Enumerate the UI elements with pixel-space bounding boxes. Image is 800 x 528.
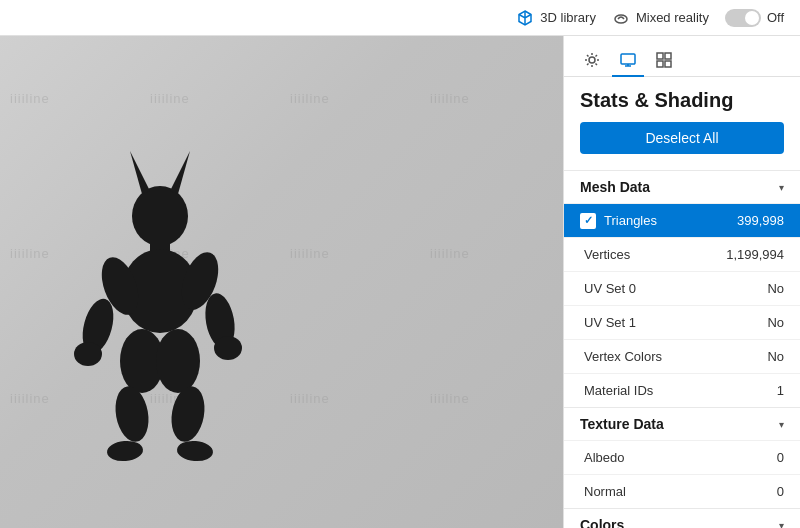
cube-icon — [516, 9, 534, 27]
mesh-data-chevron-icon: ▾ — [779, 182, 784, 193]
watermark-1: iiiiline — [10, 91, 50, 106]
svg-point-14 — [111, 384, 152, 445]
svg-point-11 — [214, 336, 242, 360]
svg-point-17 — [176, 439, 214, 462]
texture-data-chevron-icon: ▾ — [779, 419, 784, 430]
uv-set-1-row[interactable]: UV Set 1 No — [564, 305, 800, 339]
colors-label: Colors — [580, 517, 624, 528]
vertices-label: Vertices — [584, 247, 630, 262]
uv-set-0-row[interactable]: UV Set 0 No — [564, 271, 800, 305]
watermark-7: iiiiline — [290, 246, 330, 261]
watermark-9: iiiiline — [10, 391, 50, 406]
uv-set-1-value: No — [767, 315, 784, 330]
character-silhouette — [60, 136, 260, 486]
colors-chevron-icon: ▾ — [779, 520, 784, 529]
toggle-off-label: Off — [767, 10, 784, 25]
panel-title: Stats & Shading — [564, 77, 800, 122]
watermark-3: iiiiline — [290, 91, 330, 106]
material-ids-row[interactable]: Material IDs 1 — [564, 373, 800, 407]
right-panel: Stats & Shading Deselect All Mesh Data ▾… — [563, 36, 800, 528]
vertex-colors-row[interactable]: Vertex Colors No — [564, 339, 800, 373]
svg-point-18 — [589, 57, 595, 63]
watermark-12: iiiiline — [430, 391, 470, 406]
watermark-4: iiiiline — [430, 91, 470, 106]
tab-monitor[interactable] — [612, 44, 644, 76]
triangles-row[interactable]: Triangles 399,998 — [564, 203, 800, 237]
mixed-reality-icon — [612, 9, 630, 27]
material-ids-value: 1 — [777, 383, 784, 398]
vertices-row[interactable]: Vertices 1,199,994 — [564, 237, 800, 271]
albedo-value: 0 — [777, 450, 784, 465]
svg-point-15 — [167, 384, 208, 445]
svg-point-0 — [615, 15, 627, 23]
normal-label: Normal — [584, 484, 626, 499]
main-area: iiiiline iiiiline iiiiline iiiiline iiii… — [0, 36, 800, 528]
tab-grid[interactable] — [648, 44, 680, 76]
svg-line-26 — [587, 64, 589, 66]
albedo-row[interactable]: Albedo 0 — [564, 440, 800, 474]
uv-set-0-label: UV Set 0 — [584, 281, 636, 296]
viewport[interactable]: iiiiline iiiiline iiiiline iiiiline iiii… — [0, 36, 563, 528]
watermark-8: iiiiline — [430, 246, 470, 261]
svg-rect-32 — [657, 61, 663, 67]
mixed-reality-toggle[interactable] — [725, 9, 761, 27]
svg-line-25 — [596, 55, 598, 57]
panel-tabs — [564, 36, 800, 77]
mesh-data-label: Mesh Data — [580, 179, 650, 195]
3d-library-label: 3D library — [540, 10, 596, 25]
vertex-colors-label: Vertex Colors — [584, 349, 662, 364]
triangles-label: Triangles — [604, 213, 657, 228]
mixed-reality-label: Mixed reality — [636, 10, 709, 25]
vertices-value: 1,199,994 — [726, 247, 784, 262]
mixed-reality-button[interactable]: Mixed reality — [612, 9, 709, 27]
triangles-value: 399,998 — [737, 213, 784, 228]
svg-rect-27 — [621, 54, 635, 64]
svg-marker-2 — [130, 151, 150, 194]
albedo-label: Albedo — [584, 450, 624, 465]
mesh-data-section-header[interactable]: Mesh Data ▾ — [564, 170, 800, 203]
watermark-11: iiiiline — [290, 391, 330, 406]
svg-point-8 — [74, 342, 102, 366]
watermark-2: iiiiline — [150, 91, 190, 106]
toggle-group: Off — [725, 9, 784, 27]
svg-rect-31 — [665, 53, 671, 59]
normal-value: 0 — [777, 484, 784, 499]
triangles-row-left: Triangles — [580, 213, 657, 229]
texture-data-label: Texture Data — [580, 416, 664, 432]
svg-rect-30 — [657, 53, 663, 59]
deselect-all-button[interactable]: Deselect All — [580, 122, 784, 154]
svg-marker-3 — [170, 151, 190, 194]
svg-line-24 — [596, 64, 598, 66]
uv-set-0-value: No — [767, 281, 784, 296]
triangles-checkbox-icon — [580, 213, 596, 229]
uv-set-1-label: UV Set 1 — [584, 315, 636, 330]
topbar: 3D library Mixed reality Off — [0, 0, 800, 36]
svg-point-1 — [132, 186, 188, 246]
texture-data-section-header[interactable]: Texture Data ▾ — [564, 407, 800, 440]
3d-library-button[interactable]: 3D library — [516, 9, 596, 27]
svg-point-13 — [156, 329, 200, 393]
svg-rect-33 — [665, 61, 671, 67]
watermark-5: iiiiline — [10, 246, 50, 261]
normal-row[interactable]: Normal 0 — [564, 474, 800, 508]
colors-section-header[interactable]: Colors ▾ — [564, 508, 800, 528]
vertex-colors-value: No — [767, 349, 784, 364]
svg-line-23 — [587, 55, 589, 57]
material-ids-label: Material IDs — [584, 383, 653, 398]
svg-point-16 — [106, 439, 144, 462]
tab-sun[interactable] — [576, 44, 608, 76]
